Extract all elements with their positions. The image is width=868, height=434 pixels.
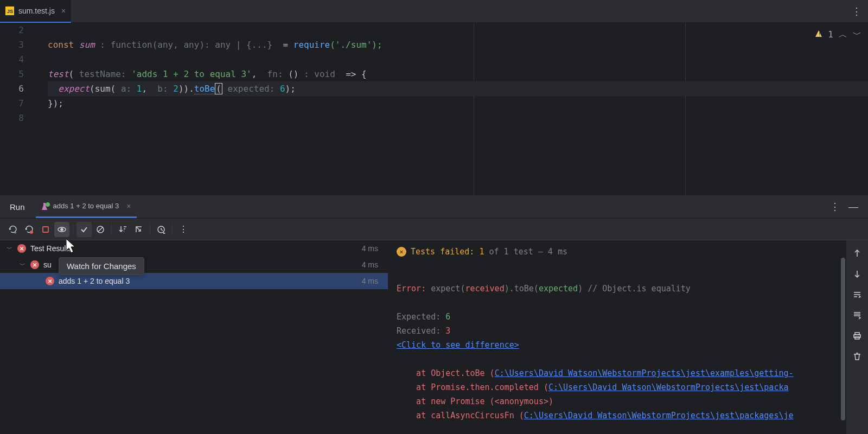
test-output[interactable]: ✕ Tests failed: 1 of 1 test – 4 ms Error…	[388, 240, 846, 434]
warning-count: 1	[828, 27, 833, 42]
code-content[interactable]: const sum : function(any, any): any | {.…	[33, 23, 868, 195]
test-run-icon	[41, 202, 49, 210]
line-number: 3	[0, 37, 24, 52]
run-toolbar: ⋮	[0, 219, 868, 240]
chevron-down-icon[interactable]: ﹀	[20, 261, 28, 269]
history-button[interactable]	[154, 222, 169, 237]
svg-point-6	[30, 231, 33, 234]
chevron-down-icon[interactable]: ﹀	[7, 245, 15, 253]
stacktrace-link[interactable]: C:\Users\David Watson\WebstormProjects\j…	[548, 382, 789, 392]
tree-node-time: 4 ms	[362, 277, 378, 285]
chevron-down-icon[interactable]: ﹀	[853, 27, 861, 42]
tree-test-row[interactable]: ✕ adds 1 + 2 to equal 3 4 ms	[0, 273, 388, 289]
code-editor[interactable]: 2 3 4 5 6 7 8 const sum : function(any, …	[0, 23, 868, 195]
svg-line-16	[136, 227, 141, 231]
expand-button[interactable]	[131, 222, 146, 237]
tooltip: Watch for Changes	[59, 257, 144, 275]
see-difference-link[interactable]: <Click to see difference>	[397, 340, 519, 350]
tab-bar: JS sum.test.js × ⋮	[0, 0, 868, 23]
close-icon[interactable]: ×	[61, 7, 66, 15]
line-number: 5	[0, 67, 24, 81]
watch-button[interactable]	[54, 222, 69, 237]
status-rest-text: of 1 test – 4 ms	[484, 247, 567, 257]
tab-filename: sum.test.js	[18, 7, 55, 15]
chevron-up-icon[interactable]: ︿	[839, 27, 847, 42]
tree-node-time: 4 ms	[362, 244, 378, 253]
svg-rect-29	[855, 337, 859, 339]
close-icon[interactable]: ×	[126, 202, 131, 210]
sort-button[interactable]	[115, 222, 130, 237]
line-number: 7	[0, 96, 24, 111]
stop-button[interactable]	[38, 222, 53, 237]
output-scrollbar[interactable]	[841, 258, 845, 420]
down-arrow-button[interactable]	[851, 267, 864, 280]
more-icon[interactable]: ⋮	[830, 201, 840, 213]
rerun-failed-button[interactable]	[22, 222, 37, 237]
js-file-icon: JS	[5, 7, 14, 15]
svg-rect-7	[43, 227, 48, 232]
minimize-icon[interactable]: —	[848, 201, 858, 213]
svg-marker-18	[163, 232, 165, 234]
show-passed-button[interactable]	[76, 222, 92, 237]
fail-status-icon: ✕	[46, 277, 54, 285]
fail-status-icon: ✕	[30, 260, 39, 269]
tab-overflow-menu[interactable]: ⋮	[852, 5, 868, 17]
run-tool-window: Run adds 1 + 2 to equal 3 × ⋮ —	[0, 195, 868, 434]
run-panel-header: Run adds 1 + 2 to equal 3 × ⋮ —	[0, 195, 868, 219]
run-tab-label: adds 1 + 2 to equal 3	[53, 202, 119, 210]
tree-root-row[interactable]: ﹀ ✕ Test Results 4 ms	[0, 240, 388, 257]
test-tree: ﹀ ✕ Test Results 4 ms ﹀ ✕ su 4 ms ✕ adds…	[0, 240, 388, 434]
rerun-button[interactable]	[5, 222, 21, 237]
stacktrace-link[interactable]: C:\Users\David Watson\WebstormProjects\j…	[495, 368, 794, 378]
warning-icon: !	[815, 27, 822, 42]
svg-line-11	[98, 227, 103, 232]
toolbar-more-button[interactable]: ⋮	[176, 222, 191, 237]
run-config-tab[interactable]: adds 1 + 2 to equal 3 ×	[36, 195, 137, 218]
tree-node-label: Test Results	[30, 244, 362, 253]
editor-inspection-indicators[interactable]: ! 1 ︿ ﹀	[815, 27, 861, 42]
trash-button[interactable]	[851, 350, 864, 363]
editor-tab[interactable]: JS sum.test.js ×	[0, 0, 71, 23]
line-number: 8	[0, 111, 24, 125]
stacktrace-link[interactable]: C:\Users\David Watson\WebstormProjects\j…	[524, 411, 794, 420]
soft-wrap-button[interactable]	[851, 288, 864, 301]
line-number: 6	[0, 81, 24, 96]
output-side-toolbar	[846, 240, 868, 434]
scroll-to-end-button[interactable]	[851, 309, 864, 322]
svg-text:JS: JS	[7, 9, 13, 14]
svg-point-4	[46, 202, 50, 207]
show-ignored-button[interactable]	[93, 222, 108, 237]
svg-point-9	[61, 228, 63, 231]
fail-badge-icon: ✕	[397, 247, 406, 257]
print-button[interactable]	[851, 329, 864, 342]
status-failed-text: Tests failed: 1	[411, 247, 484, 257]
tree-node-label: adds 1 + 2 to equal 3	[59, 277, 362, 285]
svg-marker-5	[15, 232, 17, 234]
run-panel-title: Run	[10, 202, 25, 212]
output-status-line: ✕ Tests failed: 1 of 1 test – 4 ms	[397, 245, 838, 259]
fail-status-icon: ✕	[17, 244, 26, 253]
svg-text:!: !	[818, 32, 821, 37]
line-number: 2	[0, 23, 24, 37]
line-number: 4	[0, 52, 24, 67]
tree-node-time: 4 ms	[362, 260, 378, 269]
up-arrow-button[interactable]	[851, 247, 864, 260]
editor-gutter: 2 3 4 5 6 7 8	[0, 23, 33, 195]
